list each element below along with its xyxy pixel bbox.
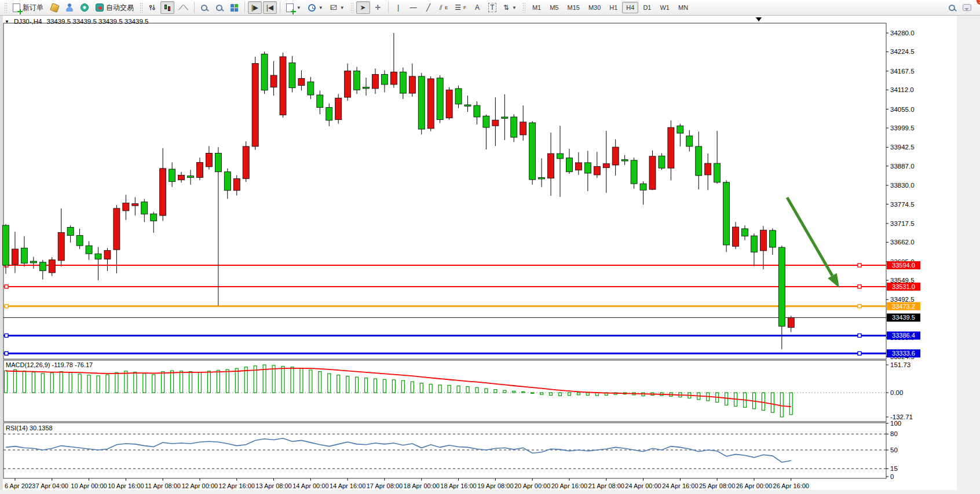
cursor-tool-button[interactable]: ➤: [356, 1, 370, 14]
auto-scroll-button[interactable]: |▶: [248, 1, 262, 14]
indicators-icon: [286, 3, 294, 12]
line-handle[interactable]: [5, 305, 8, 308]
trend-arrow-line[interactable]: [787, 197, 832, 276]
macd-histogram-bar: [411, 382, 414, 393]
periods-button[interactable]: ▼: [305, 1, 326, 14]
line-handle[interactable]: [5, 352, 8, 355]
macd-histogram-bar: [522, 391, 525, 393]
macd-histogram-bar: [531, 393, 534, 393]
crosshair-tool-button[interactable]: ✛: [371, 1, 385, 14]
vertical-line-icon: |: [397, 3, 399, 12]
candle: [539, 158, 545, 187]
candle: [169, 162, 175, 187]
bar-chart-button[interactable]: ⫯⫰: [145, 1, 159, 14]
toolbar-grip[interactable]: [350, 2, 353, 13]
toolbar-grip[interactable]: [4, 2, 7, 13]
community-button[interactable]: [63, 1, 76, 14]
chart-ohlc-readout: 33439.5 33439.5 33439.5 33439.5: [47, 18, 149, 25]
timeframe-button-w1[interactable]: W1: [656, 2, 674, 13]
auto-trading-button[interactable]: 自动交易: [93, 1, 137, 14]
candle: [594, 152, 600, 178]
candle: [188, 170, 194, 185]
line-handle[interactable]: [858, 285, 861, 288]
macd-histogram-bar: [226, 369, 229, 393]
notifications-button[interactable]: 1: [960, 1, 974, 14]
line-handle[interactable]: [858, 305, 861, 308]
line-handle[interactable]: [858, 334, 861, 337]
macd-histogram-bar: [300, 368, 303, 393]
arrows-tool-button[interactable]: ⇅▼: [500, 1, 520, 14]
candle: [326, 104, 332, 126]
text-tool-button[interactable]: A: [470, 1, 484, 14]
price-badge-label: 33531.0: [892, 283, 915, 290]
toolbar-grip[interactable]: [522, 2, 525, 13]
tile-windows-icon: [231, 4, 238, 12]
horizontal-line-tool-button[interactable]: —: [407, 1, 420, 14]
timeframe-button-m15[interactable]: M15: [563, 2, 583, 13]
macd-histogram-bar: [207, 371, 210, 393]
time-tick-label: 12 Apr 00:00: [182, 482, 218, 489]
timeframe-button-mn[interactable]: MN: [674, 2, 692, 13]
line-handle[interactable]: [858, 352, 861, 355]
tile-windows-button[interactable]: [228, 1, 242, 14]
market-watch-button[interactable]: [47, 1, 61, 14]
new-order-button[interactable]: 新订单: [10, 1, 46, 14]
candle: [381, 70, 387, 92]
fibonacci-tool-button[interactable]: ☰F: [452, 1, 469, 14]
auto-trading-label: 自动交易: [106, 3, 134, 13]
macd-tick-label: 0.00: [890, 389, 903, 396]
candle: [751, 233, 757, 266]
vertical-line-tool-button[interactable]: |: [392, 1, 405, 14]
timeframe-button-h4[interactable]: H4: [622, 2, 638, 13]
macd-histogram-bar: [162, 372, 164, 393]
timeframe-button-m1[interactable]: M1: [528, 2, 545, 13]
candlestick-chart-button[interactable]: [160, 1, 174, 14]
price-badge-label: 33594.0: [892, 262, 915, 269]
channel-tool-button[interactable]: ⫽E: [437, 1, 451, 14]
chart-shift-marker-icon[interactable]: [756, 17, 762, 21]
macd-histogram-bar: [189, 372, 192, 393]
label-tool-button[interactable]: T: [485, 1, 499, 14]
timeframe-button-d1[interactable]: D1: [639, 2, 655, 13]
price-tick-label: 33717.5: [890, 220, 915, 227]
line-handle[interactable]: [5, 285, 8, 288]
chart-canvas[interactable]: 34280.034224.534167.534112.034055.033999…: [0, 16, 980, 494]
candle: [502, 94, 508, 140]
zoom-out-button[interactable]: [213, 1, 226, 14]
time-tick-label: 10 Apr 00:00: [71, 482, 107, 489]
templates-button[interactable]: 🗠▼: [327, 1, 348, 14]
toolbar-grip[interactable]: [140, 2, 142, 13]
candle: [511, 114, 517, 142]
candle: [437, 75, 443, 123]
crosshair-icon: ✛: [375, 3, 381, 12]
macd-histogram-bar: [171, 371, 174, 393]
search-button[interactable]: [945, 1, 959, 14]
candle: [668, 120, 674, 180]
macd-histogram-bar: [466, 387, 469, 393]
macd-histogram-bar: [50, 373, 53, 393]
macd-histogram-bar: [780, 393, 783, 417]
chart-shift-button[interactable]: |◀: [263, 1, 277, 14]
candle: [455, 86, 462, 108]
timeframe-button-h1[interactable]: H1: [605, 2, 621, 13]
trendline-icon: ╱: [426, 3, 430, 12]
timeframe-button-m30[interactable]: M30: [584, 2, 605, 13]
line-handle[interactable]: [858, 264, 861, 267]
trendline-tool-button[interactable]: ╱: [422, 1, 436, 14]
timeframe-button-m5[interactable]: M5: [546, 2, 562, 13]
rsi-tick-label: 50: [890, 447, 898, 453]
market-watch-icon: [50, 3, 60, 13]
line-handle[interactable]: [5, 334, 8, 337]
macd-histogram-bar: [115, 372, 118, 393]
macd-histogram-bar: [346, 376, 349, 393]
candle: [723, 180, 730, 252]
line-chart-button[interactable]: ⟋⟍: [175, 1, 191, 14]
signals-button[interactable]: [78, 1, 92, 14]
candle: [233, 175, 240, 196]
one-click-expand-icon[interactable]: ▼: [5, 19, 9, 24]
macd-histogram-bar: [771, 393, 774, 412]
zoom-in-button[interactable]: [198, 1, 211, 14]
timeframe-group: M1M5M15M30H1H4D1W1MN: [528, 2, 692, 13]
indicators-button[interactable]: ▼: [283, 1, 304, 14]
price-tick-label: 34224.5: [890, 48, 915, 55]
